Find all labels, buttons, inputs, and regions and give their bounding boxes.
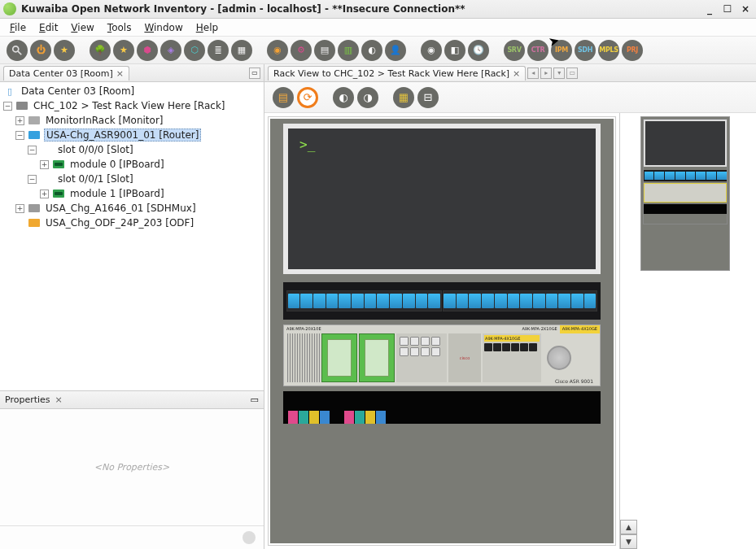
show-connections-icon[interactable]: ◐ [333,87,354,108]
pool-icon[interactable]: ⬡ [184,40,205,61]
queries-icon[interactable]: ◉ [267,40,288,61]
star2-icon[interactable]: ★ [113,40,134,61]
asr-router-device[interactable]: A9K-MPA-20X10E A9K-MPA-2X10GE A9K-MPA-4X… [283,325,601,386]
editor-tab-bar: Rack View to CHC_102 > Test Rack View He… [264,64,756,82]
export-icon[interactable]: ▤ [273,87,294,108]
monitor-device[interactable]: >_ [283,124,601,274]
containment-icon[interactable]: ⬢ [137,40,158,61]
tree-rack[interactable]: − CHC_102 > Test Rack View Here [Rack] [0,98,264,113]
tree-sdhmux[interactable]: + USA_Chg_A1646_01 [SDHMux] [0,201,264,216]
rack-view-toolbar: ▤ ⟳ ◐ ◑ ▦ ⊟ [264,82,756,113]
scripts-icon[interactable]: ⚙ [291,40,312,61]
object-tree[interactable]: ▯ Data Center 03 [Room] − CHC_102 > Test… [0,82,264,390]
svg-point-0 [13,46,19,51]
close-window-button[interactable]: × [738,3,753,15]
expand-icon[interactable]: + [40,190,49,198]
device-model-label: Cisco ASR 9001 [555,378,593,384]
router-icon [28,129,41,141]
tree-icon[interactable]: 🌳 [90,40,111,61]
menu-file[interactable]: File [3,20,33,35]
main-toolbar: ⏻ ★ 🌳 ★ ⬢ ◈ ⬡ ≣ ▦ ◉ ⚙ ▤ ▥ ◐ 👤 ◉ ◧ 🕓 SRV … [0,37,756,64]
card-label: A9K-MPA-2X10GE [519,325,559,333]
layers-icon[interactable]: ≣ [208,40,229,61]
rack-front-icon[interactable]: ▦ [393,87,414,108]
mpls-button[interactable]: MPLS [598,40,619,61]
minimize-panel-icon[interactable]: ▭ [249,68,260,79]
title-bar: Kuwaiba Open Network Inventory - [admin … [0,0,756,19]
grid-icon[interactable]: ▦ [231,40,252,61]
menu-bar: File Edit View Tools Window Help [0,19,756,37]
mux-icon [28,203,41,214]
properties-title: Properties [5,394,50,405]
menu-view[interactable]: View [64,20,100,35]
prev-tab-icon[interactable]: ◂ [527,68,539,79]
vertical-scrollbar[interactable]: ▲ ▼ [619,113,637,549]
ctr-button[interactable]: CTR [527,40,548,61]
expand-icon[interactable]: + [15,116,24,125]
tree-root[interactable]: ▯ Data Center 03 [Room] [0,84,264,98]
sdh-mux-device[interactable] [283,391,601,424]
rack-back-icon[interactable]: ⊟ [417,87,439,108]
tab-list-icon[interactable]: ▾ [553,68,565,79]
expand-icon[interactable]: + [15,204,24,213]
board-icon [52,159,65,170]
favorites-icon[interactable]: ★ [54,40,75,61]
scroll-up-icon[interactable]: ▲ [620,520,637,534]
close-tab-icon[interactable]: × [513,68,520,79]
rack-canvas[interactable]: >_ A9K-MPA-20X10E A9K-MPA-2X10GE [268,116,616,546]
tree-monitor[interactable]: + MonitorInRack [Monitor] [0,113,264,128]
minimap[interactable] [640,116,730,271]
menu-edit[interactable]: Edit [33,20,64,35]
power-icon[interactable]: ⏻ [30,40,51,61]
minimap-viewport[interactable] [643,119,728,224]
scroll-down-icon[interactable]: ▼ [620,534,637,549]
room-icon: ▯ [3,85,16,97]
prj-button[interactable]: PRJ [622,40,643,61]
tree-slot-000[interactable]: − slot 0/0/0 [Slot] [0,142,264,157]
tree-odf[interactable]: USA_Chg_ODF_24P_203 [ODF] [0,216,264,230]
collapse-icon[interactable]: − [15,131,24,140]
rack-view-tab[interactable]: Rack View to CHC_102 > Test Rack View He… [268,66,526,81]
show-ports-icon[interactable]: ◑ [357,87,378,108]
next-tab-icon[interactable]: ▸ [540,68,552,79]
tree-module-0[interactable]: + module 0 [IPBoard] [0,157,264,172]
relations-icon[interactable]: ◈ [160,40,181,61]
tasks-icon[interactable]: 🕓 [468,40,489,61]
expand-icon[interactable]: + [40,160,49,169]
dashboard-icon[interactable]: ◧ [444,40,465,61]
navigator-tab[interactable]: Data Center 03 [Room] × [3,66,129,81]
close-tab-icon[interactable]: × [116,68,124,79]
board-icon [52,188,65,199]
tree-module-1[interactable]: + module 1 [IPBoard] [0,186,264,201]
terminal-prompt-icon: >_ [299,137,315,152]
refresh-icon[interactable]: ⟳ [297,87,318,108]
menu-help[interactable]: Help [190,20,225,35]
menu-window[interactable]: Window [138,20,189,35]
minimize-button[interactable]: _ [702,3,717,15]
maximize-button[interactable]: ☐ [720,3,735,15]
users-icon[interactable]: 👤 [385,40,406,61]
srv-button[interactable]: SRV [504,40,525,61]
tree-slot-001[interactable]: − slot 0/0/1 [Slot] [0,172,264,186]
sdh-button[interactable]: SDH [575,40,596,61]
ipm-button[interactable]: IPM [551,40,572,61]
contracts-icon[interactable]: ◐ [361,40,382,61]
patch-panel-device[interactable] [283,282,601,320]
tree-router[interactable]: − USA-Chg_ASR9001_01 [Router] [0,128,264,142]
collapse-icon[interactable]: − [28,175,37,184]
reports-icon[interactable]: ▤ [314,40,335,61]
card-label-yellow: A9K-MPA-4X10GE [560,325,600,333]
collapse-icon[interactable]: − [28,146,37,155]
maximize-editor-icon[interactable]: ▭ [566,68,578,79]
search-icon[interactable] [7,40,28,61]
close-properties-icon[interactable]: × [55,394,63,405]
slot-icon [40,173,53,185]
line-card-icon [321,333,357,382]
app-icon [3,2,16,15]
menu-tools[interactable]: Tools [101,20,138,35]
rack-view-tab-label: Rack View to CHC_102 > Test Rack View He… [273,68,509,79]
audit-icon[interactable]: ◉ [421,40,442,61]
collapse-icon[interactable]: − [3,102,12,111]
minimize-properties-icon[interactable]: ▭ [251,394,259,405]
templates-icon[interactable]: ▥ [338,40,359,61]
